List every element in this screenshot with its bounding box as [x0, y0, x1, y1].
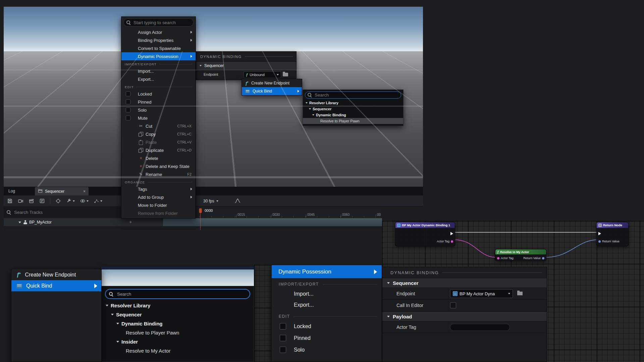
eye-icon[interactable]	[80, 198, 89, 204]
sequencer-category-row[interactable]: Sequencer	[382, 278, 547, 288]
menu-item-convert-to-spawnable[interactable]: Convert to Spawnable	[121, 44, 196, 52]
sequencer-category-row[interactable]: Sequencer	[196, 61, 296, 70]
return-value-out-pin[interactable]: Return Value	[523, 256, 544, 260]
expander-triangle-icon[interactable]	[18, 222, 21, 223]
menu-search-input[interactable]	[133, 20, 191, 25]
playhead-marker[interactable]	[199, 208, 202, 213]
menu-item-cut[interactable]: ✂ Cut CTRL+X	[121, 122, 196, 130]
tab-sequencer[interactable]: Sequencer ×	[35, 187, 89, 195]
camera-icon[interactable]	[18, 198, 23, 204]
exec-out-pin[interactable]	[450, 232, 453, 235]
endpoint-dropdown[interactable]: ƒ Unbound	[244, 71, 281, 78]
tree-item-sequencer[interactable]: Sequencer	[303, 106, 403, 112]
track-lane[interactable]	[163, 218, 382, 227]
browse-folder-icon[interactable]	[283, 73, 288, 76]
menu-item-create-new-endpoint[interactable]: ƒ+ Create New Endpoint	[242, 79, 302, 87]
menu-item-export[interactable]: Export...	[272, 299, 382, 310]
tree-item-resolve-to-player-pawn[interactable]: Resolve to Player Pawn	[102, 328, 254, 337]
menu-item-rename[interactable]: ✎ Rename F2	[121, 170, 196, 178]
track-header-bp-myactor[interactable]: BP_MyActor +	[4, 218, 163, 227]
menu-item-dynamic-possession[interactable]: Dynamic Possession	[272, 265, 382, 278]
popup-search-box[interactable]	[305, 92, 401, 99]
menu-item-import[interactable]: Import...	[272, 288, 382, 299]
menu-item-binding-properties[interactable]: Binding Properties	[121, 36, 196, 44]
popup-search-input[interactable]	[314, 92, 398, 98]
menu-item-assign-actor[interactable]: Assign Actor	[121, 28, 196, 36]
tree-item-resolver-library[interactable]: Resolver Library	[303, 100, 403, 106]
popup-search-input[interactable]	[116, 291, 246, 297]
menu-item-import[interactable]: Import...	[121, 67, 196, 75]
checkbox[interactable]	[280, 323, 286, 329]
menu-item-quick-bind[interactable]: Quick Bind	[242, 87, 302, 95]
wrench-icon[interactable]	[66, 198, 75, 204]
menu-search-box[interactable]	[123, 18, 194, 26]
menu-item-pinned[interactable]: Pinned	[121, 98, 196, 106]
fps-dropdown[interactable]: 30 fps	[201, 197, 220, 204]
save-icon[interactable]	[7, 198, 13, 204]
endpoint-dropdown[interactable]: BP My Actor Dyna	[450, 289, 513, 298]
menu-item-solo[interactable]: Solo	[272, 344, 382, 356]
menu-item-create-new-endpoint[interactable]: ƒ+ Create New Endpoint	[11, 269, 101, 280]
crosshair-icon[interactable]	[55, 198, 61, 204]
menu-item-export[interactable]: Export...	[121, 75, 196, 83]
slate-icon[interactable]	[29, 198, 34, 204]
checkbox[interactable]	[126, 92, 130, 96]
node-title: BP My Actor Dynamic Binding 1	[402, 223, 450, 227]
actor-tag-input[interactable]	[450, 324, 510, 331]
checkbox[interactable]	[126, 108, 130, 112]
close-tab-icon[interactable]: ×	[83, 189, 86, 194]
menu-item-duplicate[interactable]: Duplicate CTRL+D	[121, 146, 196, 154]
node-return[interactable]: Return Node Return Value	[596, 222, 629, 246]
menu-item-move-to-folder[interactable]: Move to Folder	[121, 201, 196, 209]
particles-icon[interactable]	[94, 198, 102, 204]
menu-item-locked[interactable]: Locked	[121, 90, 196, 98]
payload-category-row[interactable]: Payload	[382, 311, 547, 321]
section-edit: EDIT	[121, 83, 196, 90]
popup-search-box[interactable]	[105, 289, 250, 299]
rename-icon: ✎	[138, 172, 144, 177]
actor-tag-out-pin[interactable]: Actor Tag	[437, 240, 453, 243]
tree-item-dynamic-binding[interactable]: Dynamic Binding	[102, 319, 254, 328]
menu-item-quick-bind[interactable]: Quick Bind	[11, 280, 101, 291]
search-icon	[7, 210, 11, 215]
node-binding-event[interactable]: BP My Actor Dynamic Binding 1 Actor Tag	[395, 222, 455, 246]
actor-tag-in-pin[interactable]: Actor Tag	[497, 256, 514, 260]
pin-label: Return Value	[523, 256, 541, 260]
menu-item-label: Convert to Spawnable	[138, 46, 181, 51]
menu-item-paste[interactable]: Paste CTRL+V	[121, 138, 196, 146]
menu-item-remove-from-folder[interactable]: Remove from Folder	[121, 209, 196, 217]
tree-item-insider[interactable]: Insider	[102, 337, 254, 346]
checkbox[interactable]	[280, 347, 286, 353]
list-board-icon[interactable]	[39, 198, 45, 204]
tree-item-resolver-library[interactable]: Resolver Library	[102, 301, 254, 310]
checkbox[interactable]	[450, 302, 456, 308]
checkbox[interactable]	[126, 100, 130, 104]
curve-editor-icon[interactable]	[234, 198, 241, 205]
tree-item-dynamic-binding[interactable]: Dynamic Binding	[303, 112, 403, 118]
tab-log-label: Log	[8, 189, 15, 193]
tree-item-label: Dynamic Binding	[121, 321, 163, 326]
menu-item-locked[interactable]: Locked	[272, 320, 382, 332]
tree-item-sequencer[interactable]: Sequencer	[102, 310, 254, 319]
exec-in-pin[interactable]	[598, 232, 601, 235]
tab-sequencer-label: Sequencer	[45, 189, 64, 194]
node-resolve-to-my-actor[interactable]: ƒ Resolve to My Actor Actor Tag Return V…	[495, 249, 546, 261]
checkbox[interactable]	[126, 116, 130, 120]
menu-item-mute[interactable]: Mute	[121, 114, 196, 122]
return-value-in-pin[interactable]: Return Value	[598, 240, 620, 243]
checkbox[interactable]	[280, 335, 286, 341]
menu-item-pinned[interactable]: Pinned	[272, 332, 382, 344]
tree-item-resolve-to-my-actor[interactable]: Resolve to My Actor	[102, 346, 254, 355]
menu-item-add-to-group[interactable]: Add to Group	[121, 193, 196, 201]
menu-item-solo[interactable]: Solo	[121, 106, 196, 114]
menu-item-delete-keep-state[interactable]: × Delete and Keep State	[121, 162, 196, 170]
cut-icon: ✂	[138, 124, 144, 129]
tree-item-resolve-to-player-pawn[interactable]: Resolve to Player Pawn	[303, 118, 403, 124]
menu-item-copy[interactable]: Copy CTRL+C	[121, 130, 196, 138]
browse-folder-icon[interactable]	[517, 292, 523, 295]
menu-item-dynamic-possession[interactable]: Dynamic Possession	[121, 52, 196, 60]
tab-log[interactable]: Log	[4, 187, 20, 195]
add-track-button[interactable]: +	[129, 219, 132, 225]
menu-item-tags[interactable]: Tags	[121, 185, 196, 193]
menu-item-delete[interactable]: × Delete	[121, 154, 196, 162]
